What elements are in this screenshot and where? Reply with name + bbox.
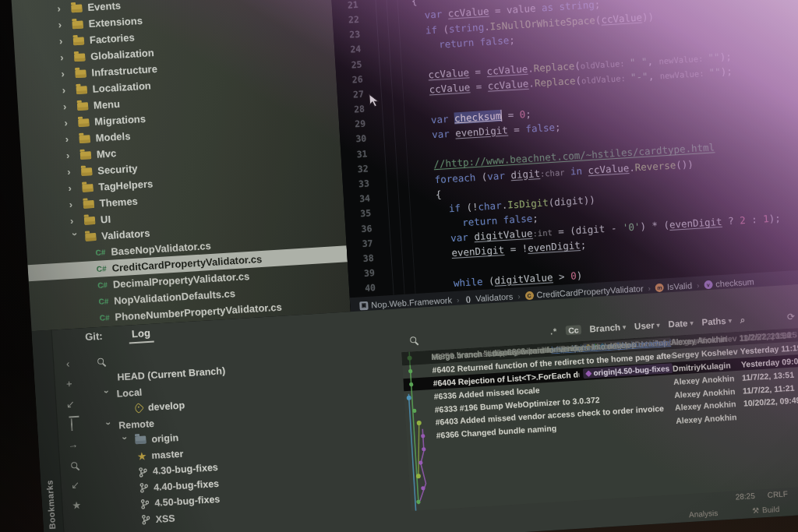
chevron-right-icon[interactable]: › (69, 198, 78, 210)
code-token: foreach (434, 171, 482, 185)
chevron-right-icon[interactable]: › (63, 100, 72, 113)
screen-photo: ›Controllers›Events›Extensions›Factories… (0, 0, 798, 532)
branch-label: master (151, 448, 184, 460)
chevron-down-icon[interactable]: › (120, 436, 132, 446)
caret-position[interactable]: 28:25 (735, 491, 755, 501)
add-icon[interactable]: + (66, 379, 72, 389)
chevron-right-icon[interactable]: › (67, 165, 76, 178)
branches-panel[interactable]: HEAD (Current Branch)›Localdevelop›Remot… (81, 329, 411, 530)
tab-log[interactable]: Log (129, 327, 154, 344)
code-token: { (411, 0, 417, 7)
go-to-hash-icon[interactable]: ⌕ (740, 315, 745, 325)
project-tree: ›Controllers›Events›Extensions›Factories… (11, 0, 351, 331)
code-token: ccValue (588, 162, 630, 176)
analysis-widget[interactable]: Analysis (689, 508, 719, 518)
chevron-right-icon[interactable]: › (58, 19, 67, 31)
branch-label: origin (151, 432, 179, 445)
namespace-icon: () (464, 294, 473, 304)
code-lines: 20override bool IsValid(ValidationContex… (330, 0, 798, 297)
line-number: 34 (344, 193, 371, 206)
pin-icon[interactable]: → (68, 439, 79, 451)
folder-icon (85, 232, 97, 241)
chevron-down-icon[interactable]: › (101, 389, 113, 399)
chevron-right-icon[interactable]: › (62, 84, 71, 97)
git-branch-icon (139, 467, 148, 477)
git-branch-icon (140, 499, 150, 509)
folder-icon (72, 20, 83, 29)
folder-icon (76, 86, 88, 94)
regex-toggle[interactable]: .* (550, 326, 558, 336)
project-tree-panel[interactable]: ›Controllers›Events›Extensions›Factories… (11, 0, 351, 331)
code-token: in (564, 164, 588, 178)
commit-date: 11/7/22, 11:21 (743, 382, 798, 395)
star-icon[interactable]: ★ (72, 500, 81, 512)
chevron-right-icon[interactable]: › (57, 2, 66, 15)
line-number: 27 (337, 89, 364, 101)
code-token: = ! (504, 243, 528, 256)
chevron-down-icon[interactable]: › (103, 421, 115, 431)
chevron-right-icon[interactable]: › (68, 181, 77, 194)
collapse-icon[interactable]: ‹ (66, 358, 70, 369)
ide-window: ›Controllers›Events›Extensions›Factories… (11, 0, 798, 532)
chevron-right-icon[interactable]: › (70, 214, 79, 227)
code-token: digit (554, 195, 584, 208)
chevron-down-icon[interactable]: › (69, 232, 82, 241)
folder-icon (84, 216, 96, 224)
line-separator[interactable]: CRLF (767, 489, 788, 499)
code-token: oldValue: (581, 73, 631, 86)
match-case-toggle[interactable]: Cc (566, 325, 581, 335)
chevron-right-icon[interactable]: › (60, 51, 69, 64)
code-token: digitValue (494, 271, 553, 287)
code-token: oldValue: (580, 58, 630, 71)
line-number: 22 (333, 14, 360, 26)
commit-search-input[interactable] (425, 332, 542, 339)
star-icon: ★ (137, 450, 147, 462)
user-filter[interactable]: User▾ (634, 320, 660, 331)
field-icon: v (704, 280, 713, 289)
code-token: > (553, 270, 570, 283)
refresh-icon[interactable]: ⟳ (787, 311, 796, 322)
git-panel-label: Git: (85, 330, 103, 343)
trash-icon[interactable] (71, 419, 73, 430)
arrow-downleft-icon[interactable]: ↙ (71, 480, 80, 491)
paths-filter[interactable]: Paths▾ (701, 315, 732, 326)
chevron-right-icon[interactable]: › (65, 149, 75, 161)
bookmarks-stripe-button[interactable]: Bookmarks (44, 480, 57, 530)
code-token: string (559, 0, 595, 13)
code-text (402, 60, 427, 62)
commit-list: Merge branch 'issue-6359-increase-perfor… (401, 328, 798, 511)
csharp-file-icon: C# (97, 264, 107, 273)
folder-icon (83, 199, 94, 208)
chevron-right-icon[interactable]: › (64, 116, 73, 129)
code-text (405, 105, 430, 107)
tree-item-label: Infrastructure (91, 63, 157, 79)
code-token: var (450, 231, 475, 245)
code-token: ) * ( (640, 219, 669, 232)
code-token: = (470, 80, 488, 93)
folder-icon (79, 135, 90, 143)
code-token: )) (641, 10, 654, 23)
build-widget[interactable]: ⚒Build (752, 505, 780, 515)
git-branch-icon (141, 515, 150, 526)
chevron-right-icon[interactable]: › (65, 132, 74, 145)
date-filter[interactable]: Date▾ (668, 318, 694, 329)
arrow-downleft-icon[interactable]: ↙ (66, 399, 76, 410)
branch-label: Remote (118, 418, 155, 432)
tree-item-label: Localization (92, 79, 151, 95)
chevron-right-icon[interactable]: › (61, 68, 70, 80)
code-editor[interactable]: 7 ext methods 7 exposing APIs 20override… (330, 0, 798, 315)
tree-item-label: Globalization (90, 47, 154, 62)
line-number: 32 (341, 163, 369, 175)
code-token: ccValue (487, 78, 529, 92)
search-icon[interactable] (71, 460, 78, 470)
branch-filter[interactable]: Branch▾ (589, 322, 626, 334)
folder-icon (73, 37, 85, 45)
code-token: as (542, 2, 560, 14)
code-token: = (469, 65, 487, 78)
code-token: ; (509, 33, 515, 45)
code-token: :char (540, 167, 565, 178)
chevron-right-icon[interactable]: › (58, 35, 68, 48)
search-icon[interactable] (410, 336, 416, 343)
code-token: " " (629, 56, 647, 69)
branch-label: develop (147, 400, 185, 414)
